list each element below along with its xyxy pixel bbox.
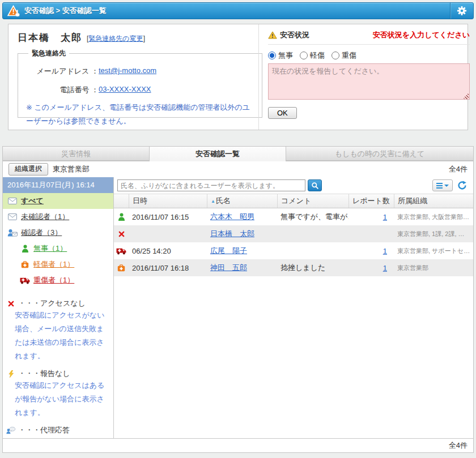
legend-no-access-desc: 安否確認にアクセスがない場合、メールの送信失敗または未送信の場合に表示されます。 (6, 309, 107, 363)
user-link[interactable]: 日本橋 太郎 (210, 229, 254, 238)
user-name: 日本橋 太郎 (18, 31, 82, 44)
status-title: 安否状況 (280, 30, 309, 40)
search-icon (311, 182, 319, 190)
change-contact-wrap: [緊急連絡先の変更] (87, 34, 145, 44)
safety-list-content: 日時 ▲氏名 コメント レポート数 所属組織 2016/11/07 16:15 … (114, 177, 473, 438)
firstaid-icon (114, 264, 129, 272)
ok-button[interactable]: OK (268, 107, 297, 119)
total-count-bottom: 全4件 (449, 440, 468, 451)
tab-disaster-preparation[interactable]: もしもの時の災害に備えて (286, 146, 474, 161)
status-legend: ・・・アクセスなし 安否確認にアクセスがない場合、メールの送信失敗または未送信の… (3, 288, 113, 438)
legend-no-access: ・・・アクセスなし (6, 298, 110, 309)
legend-no-report: ・・・報告なし (6, 369, 110, 379)
report-count-link[interactable]: 1 (383, 213, 387, 221)
phone-label: 電話番号 ： (26, 85, 99, 95)
header-name[interactable]: ▲氏名 (207, 194, 277, 208)
lightning-icon (6, 370, 15, 378)
user-link[interactable]: 広尾 陽子 (210, 246, 247, 255)
search-button[interactable] (308, 179, 322, 191)
hamburger-icon (436, 183, 443, 189)
filter-sidebar: 2016年11月07日(月) 16:14 すべて 未確認者（1） (3, 177, 114, 438)
header-report-count[interactable]: レポート数 (348, 194, 394, 208)
fieldset-title: 緊急連絡先 (28, 49, 69, 58)
email-label: メールアドレス ： (26, 66, 99, 76)
filter-severe-injury[interactable]: 重傷者（1） (3, 272, 113, 288)
gear-icon (457, 6, 467, 16)
person-safe-icon (114, 213, 129, 221)
mail-person-icon (7, 229, 18, 237)
radio-safe[interactable]: 無事 (268, 50, 293, 61)
radio-severe-input[interactable] (332, 52, 339, 59)
x-mark-icon (114, 231, 129, 237)
legend-no-report-desc: 安否確認にアクセスはあるが報告がない場合に表示されます。 (6, 379, 107, 420)
org-name: 東京営業部 (53, 164, 90, 174)
x-mark-icon (6, 301, 15, 307)
refresh-button[interactable] (455, 181, 469, 190)
safety-list-panel: 組織選択 東京営業部 全4件 2016年11月07日(月) 16:14 すべて … (2, 161, 474, 453)
email-link[interactable]: test@j-motto.com (99, 66, 254, 76)
table-header: 日時 ▲氏名 コメント レポート数 所属組織 (114, 194, 473, 208)
safety-alert-icon (7, 5, 21, 17)
phone-link[interactable]: 03-XXXX-XXXX (99, 85, 254, 95)
ambulance-icon (20, 277, 30, 284)
empty-rows-area (114, 276, 473, 438)
mail-icon (7, 198, 18, 204)
tab-bar: 災害情報 安否確認一覧 もしもの時の災害に備えて (2, 146, 474, 161)
table-row[interactable]: 2016/11/07 16:15 六本木 昭男 無事ですが、電車が… 1 東京営… (114, 208, 473, 225)
search-row (114, 177, 473, 194)
status-comment-textarea[interactable] (268, 63, 470, 100)
chevron-down-icon (444, 185, 449, 187)
table-row[interactable]: 06/25 14:20 広尾 陽子 1 東京営業部, サポートセ… (114, 242, 473, 259)
search-input[interactable] (117, 179, 305, 191)
panel-footer: 全4件 (3, 438, 473, 452)
sort-ascending-icon: ▲ (211, 199, 215, 204)
user-link[interactable]: 六本木 昭男 (210, 212, 254, 221)
header-organization[interactable]: 所属組織 (394, 194, 473, 208)
refresh-icon (457, 181, 467, 190)
user-link[interactable]: 神田 五郎 (210, 263, 247, 272)
filter-unconfirmed[interactable]: 未確認者（1） (3, 209, 113, 225)
safety-status-form: 安否状況 安否状況を入力してください 無事 軽傷 重傷 OK (258, 24, 476, 130)
app-header: 安否確認 > 安否確認一覧 (2, 2, 474, 19)
user-info-panel: 日本橋 太郎 [緊急連絡先の変更] 緊急連絡先 メールアドレス ： test@j… (8, 24, 468, 130)
radio-safe-input[interactable] (268, 52, 276, 59)
legend-proxy-reply: ・・・代理応答 (6, 425, 110, 435)
header-datetime[interactable]: 日時 (129, 194, 207, 208)
list-options-button[interactable] (432, 179, 453, 191)
person-safe-icon (20, 245, 30, 252)
total-count-top: 全4件 (449, 164, 468, 174)
filter-safe[interactable]: 無事（1） (3, 241, 113, 256)
mail-icon (7, 213, 18, 220)
ambulance-icon (114, 247, 129, 255)
proxy-reply-icon (6, 426, 15, 434)
tab-disaster-info[interactable]: 災害情報 (2, 146, 150, 161)
firstaid-icon (20, 261, 30, 268)
breadcrumb: 安否確認 > 安否確認一覧 (24, 6, 107, 16)
status-warning-text: 安否状況を入力してください (373, 30, 470, 40)
report-count-link[interactable]: 1 (383, 247, 387, 255)
settings-button[interactable] (450, 3, 473, 19)
radio-minor-input[interactable] (300, 52, 308, 59)
emergency-contact-section: 日本橋 太郎 [緊急連絡先の変更] 緊急連絡先 メールアドレス ： test@j… (8, 24, 258, 130)
filter-all[interactable]: すべて (3, 193, 113, 209)
emergency-contact-fieldset: 緊急連絡先 メールアドレス ： test@j-motto.com 電話番号 ： … (18, 49, 262, 118)
header-comment[interactable]: コメント (277, 194, 348, 208)
change-contact-link[interactable]: 緊急連絡先の変更 (88, 35, 143, 42)
panel-toolbar: 組織選択 東京営業部 全4件 (3, 161, 473, 177)
radio-severe-injury[interactable]: 重傷 (332, 50, 356, 61)
tab-safety-list[interactable]: 安否確認一覧 (150, 146, 286, 161)
org-select-button[interactable]: 組織選択 (8, 163, 48, 176)
table-row[interactable]: 日本橋 太郎 東京営業部, 1課, 2課, … (114, 225, 473, 242)
filter-confirmed[interactable]: 確認者（3） (3, 225, 113, 241)
table-row[interactable]: 2016/11/07 16:18 神田 五郎 捻挫しました 1 東京営業部 (114, 259, 473, 276)
status-radio-group: 無事 軽傷 重傷 (268, 50, 470, 61)
report-count-link[interactable]: 1 (383, 264, 387, 272)
filter-minor-injury[interactable]: 軽傷者（1） (3, 256, 113, 272)
contact-note: ※ このメールアドレス、電話番号は安否確認機能の管理者以外のユーザーからは参照で… (26, 101, 254, 128)
radio-minor-injury[interactable]: 軽傷 (300, 50, 325, 61)
warning-triangle-icon (268, 31, 277, 39)
current-datetime: 2016年11月07日(月) 16:14 (3, 177, 113, 193)
